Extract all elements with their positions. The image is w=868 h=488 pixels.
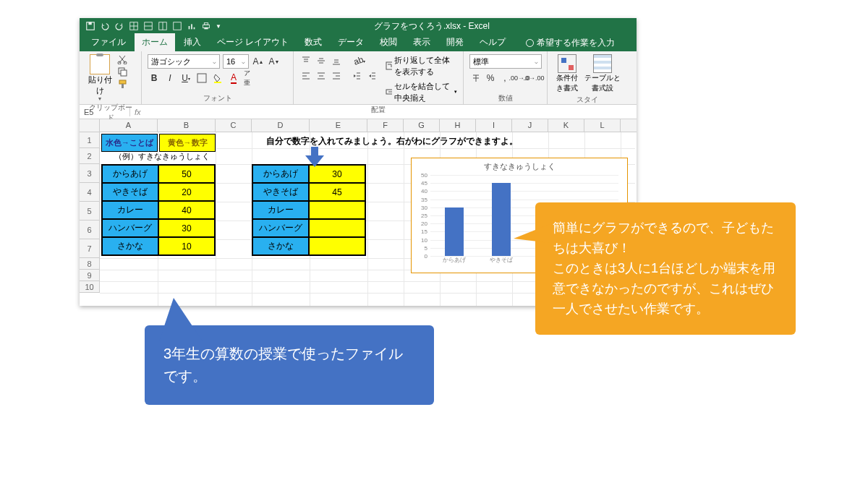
row-header[interactable]: 1 [80, 132, 100, 148]
legend-blue-cell[interactable]: 水色→ことば [101, 134, 158, 152]
row-header[interactable]: 7 [80, 239, 100, 258]
table-label-cell[interactable]: からあげ [102, 165, 158, 183]
cut-icon[interactable] [117, 54, 129, 64]
align-top-icon[interactable] [299, 54, 312, 67]
tab-data[interactable]: データ [331, 33, 371, 51]
copy-icon[interactable] [117, 67, 129, 77]
table-label-cell[interactable]: さかな [102, 237, 158, 255]
table-label-cell[interactable]: カレー [252, 201, 309, 219]
qat-dropdown-icon[interactable]: ▼ [216, 23, 221, 30]
col-header[interactable]: E [310, 119, 367, 132]
save-icon[interactable] [85, 21, 95, 31]
phonetic-button[interactable]: ア亜 [243, 72, 256, 85]
format-painter-icon[interactable] [117, 79, 129, 89]
tab-view[interactable]: 表示 [406, 33, 438, 51]
row-header[interactable]: 9 [80, 270, 100, 281]
tab-insert[interactable]: 挿入 [176, 33, 208, 51]
decrease-font-icon[interactable]: A▼ [268, 55, 281, 68]
chart-bar[interactable] [492, 183, 511, 256]
table-label-cell[interactable]: やきそば [252, 183, 309, 201]
underline-button[interactable]: U▾ [179, 72, 192, 85]
redo-icon[interactable] [114, 21, 124, 31]
font-name-combo[interactable]: 游ゴシック⌵ [148, 54, 220, 69]
paste-button[interactable]: 貼り付け ▼ [85, 54, 114, 101]
table-value-cell[interactable]: 30 [158, 219, 215, 237]
col-header[interactable]: D [252, 119, 310, 132]
number-format-combo[interactable]: 標準⌵ [469, 54, 542, 69]
align-left-icon[interactable] [299, 69, 312, 82]
merge-center-button[interactable]: セルを結合して中央揃え▾ [386, 80, 457, 103]
col-header[interactable]: F [367, 119, 404, 132]
tab-formulas[interactable]: 数式 [297, 33, 329, 51]
table-value-cell[interactable]: 20 [158, 183, 215, 201]
input-table[interactable]: からあげ30やきそば45カレーハンバーグさかな [252, 164, 366, 256]
table-value-cell[interactable]: 30 [309, 165, 365, 183]
fill-color-button[interactable] [211, 72, 224, 85]
example-table[interactable]: からあげ50やきそば20カレー40ハンバーグ30さかな10 [101, 164, 216, 256]
select-all-corner[interactable] [80, 119, 100, 132]
col-header[interactable]: A [100, 119, 158, 132]
chart-icon[interactable] [187, 21, 197, 31]
tab-home[interactable]: ホーム [135, 33, 175, 51]
row-header[interactable]: 4 [80, 183, 100, 202]
col-header[interactable]: C [216, 119, 252, 132]
grid2-icon[interactable] [158, 21, 168, 31]
chart-bar[interactable] [445, 207, 464, 256]
row-header[interactable]: 5 [80, 202, 100, 221]
align-bottom-icon[interactable] [330, 54, 343, 67]
col-header[interactable]: B [158, 119, 216, 132]
table-value-cell[interactable]: 10 [158, 237, 215, 255]
format-table-button[interactable]: テーブルと書式設 [584, 54, 621, 93]
col-header[interactable]: I [476, 119, 512, 132]
tab-review[interactable]: 校閲 [373, 33, 404, 51]
wrap-text-button[interactable]: 折り返して全体を表示する [386, 54, 457, 77]
row-header[interactable]: 8 [80, 258, 100, 270]
table-label-cell[interactable]: ハンバーグ [252, 219, 309, 237]
decrease-decimal-icon[interactable]: .0→.00 [527, 72, 540, 85]
grid1-icon[interactable] [143, 21, 153, 31]
table-label-cell[interactable]: ハンバーグ [102, 219, 158, 237]
italic-button[interactable]: I [163, 72, 176, 85]
increase-font-icon[interactable]: A▲ [252, 55, 265, 68]
row-header[interactable]: 3 [80, 164, 100, 183]
conditional-format-button[interactable]: 条件付き書式 [553, 54, 582, 93]
orientation-icon[interactable]: ab▾ [350, 54, 369, 67]
table-label-cell[interactable]: からあげ [252, 165, 309, 183]
increase-indent-icon[interactable] [365, 69, 378, 82]
col-header[interactable]: J [512, 119, 548, 132]
print-icon[interactable] [201, 21, 211, 31]
table-label-cell[interactable]: さかな [252, 237, 309, 255]
table-label-cell[interactable]: やきそば [102, 183, 158, 201]
bold-button[interactable]: B [148, 72, 161, 85]
table-value-cell[interactable]: 40 [158, 201, 215, 219]
col-header[interactable]: K [548, 119, 584, 132]
table-label-cell[interactable]: カレー [102, 201, 158, 219]
col-header[interactable]: L [584, 119, 621, 132]
font-color-button[interactable]: A [227, 72, 240, 85]
tab-file[interactable]: ファイル [84, 33, 133, 51]
table-value-cell[interactable] [309, 237, 365, 255]
align-right-icon[interactable] [330, 69, 343, 82]
table-value-cell[interactable]: 50 [158, 165, 215, 183]
legend-yellow-cell[interactable]: 黄色→数字 [159, 134, 216, 152]
border-button[interactable] [195, 72, 208, 85]
currency-icon[interactable] [469, 72, 482, 85]
table-value-cell[interactable]: 45 [309, 183, 365, 201]
row-header[interactable]: 10 [80, 281, 100, 293]
col-header[interactable]: H [440, 119, 476, 132]
percent-icon[interactable]: % [484, 72, 497, 85]
align-center-icon[interactable] [315, 69, 328, 82]
align-middle-icon[interactable] [315, 54, 328, 67]
col-header[interactable]: G [404, 119, 440, 132]
borders-icon[interactable] [129, 21, 139, 31]
table-value-cell[interactable] [309, 219, 365, 237]
grid3-icon[interactable] [172, 21, 182, 31]
font-size-combo[interactable]: 16⌵ [223, 54, 249, 69]
row-header[interactable]: 2 [80, 148, 100, 164]
undo-icon[interactable] [100, 21, 110, 31]
decrease-indent-icon[interactable] [350, 69, 363, 82]
tell-me-search[interactable]: 希望する作業を入力 [522, 35, 619, 51]
tab-dev[interactable]: 開発 [439, 33, 471, 51]
tab-pagelayout[interactable]: ページ レイアウト [210, 33, 296, 51]
tab-help[interactable]: ヘルプ [472, 33, 513, 51]
